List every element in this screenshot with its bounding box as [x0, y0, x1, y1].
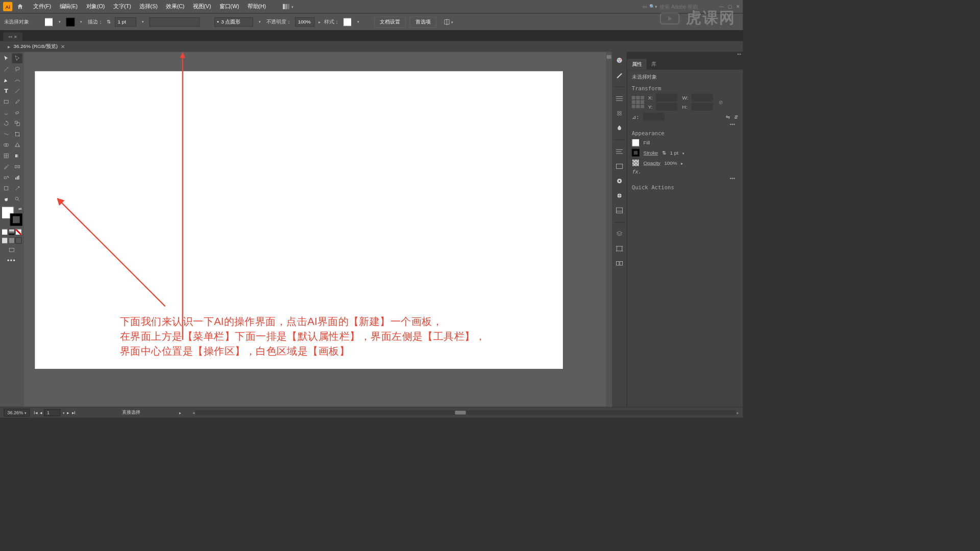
- align-icon[interactable]: [444, 18, 453, 26]
- width-tool[interactable]: [1, 129, 11, 139]
- stroke-dropdown-panel[interactable]: [682, 150, 684, 156]
- opacity-flyout-panel[interactable]: [681, 160, 683, 165]
- blend-tool[interactable]: [12, 162, 22, 172]
- artboard-dropdown[interactable]: [63, 410, 65, 415]
- type-tool[interactable]: [1, 86, 11, 96]
- stroke-panel-icon[interactable]: [615, 94, 624, 103]
- stroke-dropdown[interactable]: [79, 17, 84, 26]
- brushes-panel-icon[interactable]: [615, 109, 624, 118]
- gradient-tool[interactable]: [12, 151, 22, 161]
- transform-panel-icon[interactable]: [615, 162, 624, 171]
- opacity-flyout[interactable]: [318, 19, 321, 24]
- curvature-tool[interactable]: [12, 75, 22, 85]
- doc-setup-button[interactable]: 文档设置: [374, 16, 406, 27]
- angle-field[interactable]: [643, 113, 665, 120]
- menu-effect[interactable]: 效果(C): [162, 2, 188, 12]
- mesh-tool[interactable]: [1, 151, 11, 161]
- home-icon[interactable]: [15, 2, 24, 11]
- menu-window[interactable]: 窗口(W): [216, 2, 243, 12]
- stroke-weight-field[interactable]: 1 pt: [115, 17, 136, 27]
- appearance-more[interactable]: •••: [632, 175, 738, 182]
- close-icon[interactable]: ✕: [736, 4, 740, 10]
- panel-collapse[interactable]: ▸▸: [627, 52, 743, 59]
- first-artboard-icon[interactable]: I◂: [34, 410, 37, 415]
- draw-inside-icon[interactable]: [15, 237, 21, 243]
- style-dropdown[interactable]: [356, 17, 361, 26]
- layout-icon[interactable]: ▭: [643, 4, 647, 10]
- layers-panel-icon[interactable]: [615, 229, 624, 238]
- shape-builder-tool[interactable]: [1, 140, 11, 150]
- vertical-scrollbar[interactable]: [606, 52, 612, 407]
- stroke-weight-dropdown[interactable]: [140, 17, 145, 26]
- hidden-doc-tab[interactable]: ◂◂✕: [3, 33, 22, 41]
- fill-dropdown[interactable]: [57, 17, 62, 26]
- rotate-tool[interactable]: [1, 118, 11, 129]
- fx-label[interactable]: fx.: [632, 169, 738, 174]
- arrange-docs-icon[interactable]: [283, 4, 293, 10]
- fill-swatch[interactable]: [44, 17, 53, 26]
- search-input[interactable]: [659, 4, 714, 9]
- transform-more[interactable]: •••: [632, 120, 738, 128]
- swap-fill-stroke-icon[interactable]: ⇄: [18, 207, 21, 211]
- draw-behind-icon[interactable]: [9, 237, 15, 243]
- stroke-value[interactable]: 1 pt: [670, 150, 678, 156]
- asset-export-panel-icon[interactable]: [615, 206, 624, 215]
- appearance-panel-icon[interactable]: [615, 177, 624, 186]
- paintbrush-tool[interactable]: [12, 97, 22, 107]
- brush-dropdown[interactable]: [257, 17, 262, 26]
- eraser-tool[interactable]: [12, 108, 22, 118]
- symbol-sprayer-tool[interactable]: [1, 172, 11, 183]
- graphic-styles-panel-icon[interactable]: [615, 191, 624, 200]
- column-graph-tool[interactable]: [12, 172, 22, 183]
- menu-help[interactable]: 帮助(H): [244, 2, 270, 12]
- color-gradient[interactable]: [9, 229, 15, 235]
- menu-edit[interactable]: 编辑(E): [56, 2, 82, 12]
- y-field[interactable]: [656, 103, 677, 111]
- eyedropper-tool[interactable]: [1, 162, 11, 172]
- line-tool[interactable]: [12, 86, 22, 96]
- zoom-field[interactable]: 36.26%: [4, 409, 30, 416]
- search-box[interactable]: ▭ 🔍▾: [643, 4, 714, 9]
- stroke-box[interactable]: [10, 213, 22, 226]
- fill-color-swatch[interactable]: [632, 139, 640, 146]
- artboard-tool[interactable]: [1, 183, 11, 193]
- free-transform-tool[interactable]: [12, 129, 22, 139]
- var-width-field[interactable]: [150, 17, 200, 27]
- screen-mode-button[interactable]: [1, 245, 22, 256]
- tab-libraries[interactable]: 库: [647, 59, 661, 69]
- artboard-num-field[interactable]: 1: [44, 409, 61, 416]
- flip-h-icon[interactable]: ⇋: [726, 114, 730, 119]
- style-swatch[interactable]: [343, 17, 352, 26]
- color-white[interactable]: [2, 229, 8, 235]
- brush-field[interactable]: •3 点圆形: [214, 17, 253, 27]
- slice-tool[interactable]: [12, 183, 22, 193]
- color-panel-icon[interactable]: [615, 56, 624, 65]
- status-flyout[interactable]: [179, 410, 181, 415]
- stroke-stepper-panel[interactable]: ⇅: [662, 150, 666, 156]
- x-field[interactable]: [656, 93, 677, 101]
- link-wh-icon[interactable]: ⊘: [719, 99, 723, 105]
- draw-normal-icon[interactable]: [2, 237, 8, 243]
- prefs-button[interactable]: 首选项: [410, 16, 436, 27]
- horizontal-scrollbar[interactable]: ◂ ▸: [192, 410, 739, 415]
- selection-tool[interactable]: [1, 54, 11, 64]
- minimize-icon[interactable]: —: [719, 4, 724, 10]
- align-panel-icon[interactable]: [615, 147, 624, 156]
- symbols-panel-icon[interactable]: [615, 123, 624, 133]
- flip-v-icon[interactable]: ⇵: [734, 114, 738, 119]
- stroke-stepper[interactable]: ⇅: [107, 19, 111, 24]
- tab-properties[interactable]: 属性: [627, 59, 647, 69]
- pen-tool[interactable]: [1, 75, 11, 85]
- magic-wand-tool[interactable]: [1, 64, 11, 74]
- perspective-tool[interactable]: [12, 140, 22, 150]
- zoom-tool[interactable]: [12, 194, 22, 205]
- lasso-tool[interactable]: [12, 64, 22, 74]
- shaper-tool[interactable]: [1, 108, 11, 118]
- maximize-icon[interactable]: ▢: [728, 4, 732, 10]
- menu-select[interactable]: 选择(S): [136, 2, 162, 12]
- prev-artboard-icon[interactable]: ◂: [40, 410, 42, 415]
- next-artboard-icon[interactable]: ▸: [67, 410, 69, 415]
- h-field[interactable]: [692, 103, 713, 111]
- color-none[interactable]: [15, 229, 21, 235]
- hand-tool[interactable]: [1, 194, 11, 205]
